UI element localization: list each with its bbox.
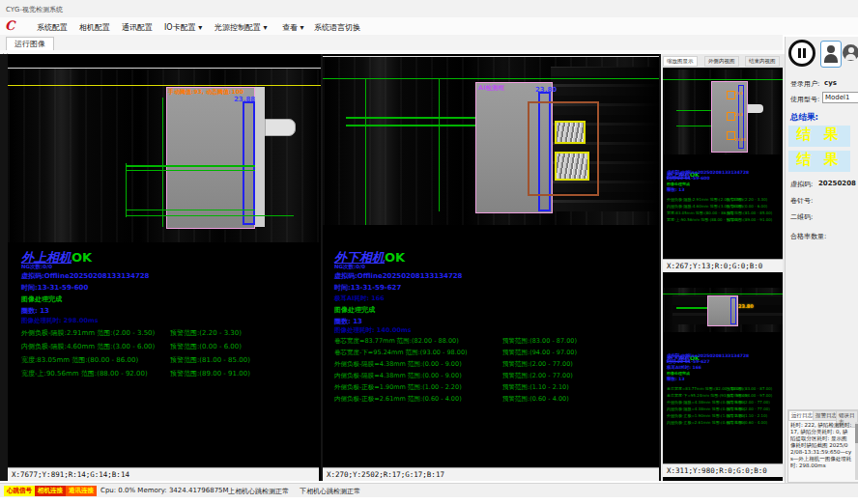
measure-green-line: [126, 170, 255, 171]
log-box: 运行日志 报警日志 错误日志 耗时: 222, 缺陷检测耗时: 17, 缺陷分类…: [787, 409, 858, 483]
menu-io-config[interactable]: IO卡配置 ▾: [164, 22, 202, 33]
measure-row: 宽度:83.05mm 范围:(80.00 - 86.00): [667, 210, 733, 215]
tab-strip: 运行图像: [0, 35, 783, 51]
upper-camera-statusbar: X:7677;Y:891;R:14;G:14;B:14: [8, 467, 319, 481]
virtual-code: 虚拟码:Offline20250208133134728: [667, 170, 749, 175]
process-done: 图像处理完成: [334, 305, 375, 315]
log-text: 耗时: 222, 缺陷检测耗时: 17, 缺陷分类耗时: 0, 缺陷提取分区耗时…: [790, 422, 852, 480]
camera-name: 外下相机: [334, 250, 385, 265]
warn-range: 预警范围:(89.00 - 91.00): [727, 217, 772, 222]
thumb-tab-zoom[interactable]: 缩放图显示: [663, 56, 698, 67]
ai-detect-box: [528, 101, 599, 196]
separator-strip: [255, 87, 265, 227]
mark-label: 23.80: [738, 303, 754, 309]
thumb-tab-end[interactable]: 结束内视图: [745, 56, 780, 67]
ai-elapsed: 极耳AI耗时: 166: [334, 294, 385, 303]
thumb-tab-strip: 缩放图显示 外侧内视图 结束内视图: [662, 56, 784, 67]
measure-green-line: [676, 307, 707, 309]
result-indicator-1: 结 果: [788, 126, 850, 147]
turn-count: 圈数: 13: [21, 306, 49, 316]
login-user-label: 登录用户:: [790, 79, 819, 89]
measure-green-line: [346, 117, 475, 119]
menu-system-config[interactable]: 系统配置: [37, 22, 68, 33]
lower-camera-image[interactable]: AI检测框 23.80: [323, 56, 659, 225]
electrode-tab: [265, 119, 296, 136]
measure-row: 卷芯宽度=83.77mm 范围:(82.00 - 88.00): [334, 337, 459, 346]
warn-range: 预警范围:(0.00 - 6.00): [727, 204, 767, 209]
window-title: CYG-视觉检测系统: [6, 5, 63, 14]
upper-cam-heartbeat: 上相机心跳检测正常: [228, 487, 289, 496]
upper-camera-image[interactable]: 手动阈值:93, 动态阈值:100 23.88: [8, 68, 321, 242]
electrode-tab: [748, 104, 763, 113]
account-button[interactable]: [843, 44, 858, 61]
warn-range: 预警范围:(0.00 - 6.00): [170, 342, 242, 351]
log-tab-run[interactable]: 运行日志: [788, 410, 815, 421]
capture-time: 时间:13-31-59-627: [667, 359, 710, 364]
ok-flag: OK: [385, 250, 405, 265]
tab-run-image[interactable]: 运行图像: [6, 37, 54, 51]
ng-count: NG次数:0/0: [334, 264, 365, 270]
result-indicator-2: 结 果: [788, 151, 850, 172]
user-icon: [827, 45, 835, 53]
process-done: 图像处理完成: [667, 182, 690, 186]
lower-cam-heartbeat: 下相机心跳检测正常: [300, 487, 360, 496]
virtual-code: 虚拟码:Offline20250208133134728: [334, 271, 463, 281]
ok-flag: OK: [72, 250, 92, 265]
thumb-tab-outer[interactable]: 外侧内视图: [704, 56, 739, 67]
capture-time: 时间:13-31-59-600: [21, 283, 88, 293]
turn-count: 圈数: 13: [667, 187, 685, 192]
title-bar: CYG-视觉检测系统: [0, 0, 858, 18]
menu-light-config[interactable]: 光源控制配置 ▾: [214, 22, 268, 33]
warn-range: 预警范围:(2.20 - 3.30): [727, 197, 767, 202]
comm-link-badge: 通讯连接: [66, 486, 97, 496]
warn-range: 预警范围:(2.00 - 77.00): [502, 372, 573, 380]
warn-range: 预警范围:(1.10 - 2.10): [502, 383, 569, 392]
measure-green-line: [126, 210, 255, 210]
measure-row: 宽度:83.05mm 范围:(80.00 - 86.00): [21, 355, 138, 365]
bottom-status-bar: 心跳信号 相机连接 通讯连接 Cpu: 0.0% Memory: 3424.41…: [0, 483, 858, 497]
baseline-green-line: [663, 294, 783, 294]
app-logo-icon: C: [5, 18, 14, 33]
menu-language[interactable]: 系统语言切换: [314, 22, 360, 33]
process-elapsed: 图像处理耗时: 140.00ms: [334, 326, 412, 335]
warn-range: 预警范围:(2.00 - 77.00): [502, 360, 573, 369]
mark-label: 23.88: [734, 137, 745, 142]
heartbeat-badge: 心跳信号: [4, 486, 35, 496]
user-panel-button[interactable]: [820, 41, 842, 68]
measure-green-line: [126, 215, 294, 216]
measure-green-line: [346, 125, 475, 126]
measure-row: 外侧负极-隔膜=4.38mm 范围:(0.00 - 9.00): [334, 360, 462, 369]
measure-row: 内侧负极-正极=2.61mm 范围:(0.60 - 4.00): [334, 395, 462, 404]
measure-green-vline: [126, 163, 127, 217]
measure-row: 宽度-上:90.56mm 范围:(88.00 - 92.00): [21, 369, 148, 378]
warn-range: 预警范围:(81.00 - 85.00): [727, 210, 772, 215]
menu-comm-config[interactable]: 通讯配置: [122, 22, 153, 33]
capture-time: 时间:13-31-59-600: [667, 176, 710, 181]
warn-range: 预警范围:(94.00 - 97.00): [502, 349, 577, 357]
thumb-top-panel: 23.8 23.8 23.88 外上相机OK 虚拟码:Offline202502…: [663, 68, 783, 481]
baseline-green-line: [663, 79, 783, 80]
warn-range: 预警范围:(2.00 - 77.00): [727, 400, 770, 405]
pause-button[interactable]: [788, 40, 815, 67]
measure-green-vline: [162, 98, 163, 227]
turn-count: 圈数: 13: [334, 317, 362, 326]
upper-camera-panel: 手动阈值:93, 动态阈值:100 23.88 外上相机OK NG次数:0/0 …: [8, 54, 321, 481]
model-input[interactable]: Model1: [822, 92, 858, 103]
login-user-value: cys: [824, 79, 837, 87]
warn-range: 预警范围:(2.00 - 77.00): [727, 406, 770, 411]
menu-view[interactable]: 查看 ▾: [282, 22, 304, 33]
thumb-bottom-image[interactable]: 23.80: [663, 288, 783, 332]
mark-label: 23.8: [734, 112, 743, 117]
baseline-yellow-line: [8, 85, 321, 86]
menu-bar: C 系统配置 相机配置 通讯配置 IO卡配置 ▾ 光源控制配置 ▾ 查看 ▾ 系…: [0, 17, 858, 35]
measure-green-line: [676, 110, 711, 111]
measure-green-line: [676, 126, 711, 126]
warn-range: 预警范围:(83.00 - 87.00): [502, 337, 577, 346]
thumb-top-image[interactable]: 23.8 23.8 23.88: [663, 70, 783, 154]
process-done: 图像处理完成: [21, 294, 62, 304]
account-icon-body: [845, 54, 856, 60]
pass-rate-label: 合格率数量:: [790, 232, 826, 241]
measure-row: 内侧负极-隔膜=4.38mm 范围:(0.00 - 9.00): [334, 372, 462, 380]
qrcode-label: 二维码:: [790, 212, 813, 222]
menu-camera-config[interactable]: 相机配置: [79, 22, 110, 33]
